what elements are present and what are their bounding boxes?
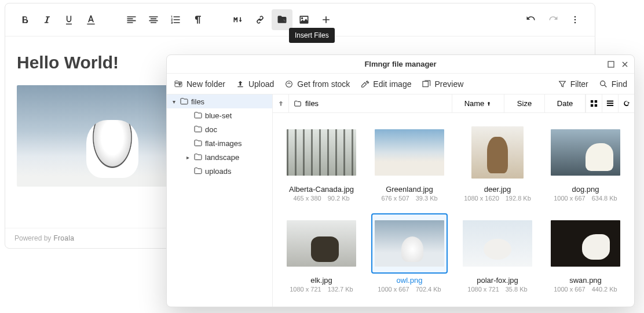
file-meta: 1080 x 721 35.8 Kb	[467, 286, 527, 293]
folder-up-button[interactable]	[273, 94, 289, 112]
file-meta: 465 x 380 90.2 Kb	[293, 195, 349, 202]
more-menu-button[interactable]	[565, 9, 586, 30]
svg-rect-9	[591, 104, 593, 107]
redo-button[interactable]	[543, 9, 564, 30]
svg-point-1	[575, 19, 576, 21]
tree-root-files[interactable]: ▾ files	[167, 94, 272, 108]
file-item[interactable]: elk.jpg1080 x 721 132.7 Kb	[279, 213, 364, 297]
paragraph-button[interactable]	[187, 9, 208, 30]
maximize-button[interactable]	[605, 59, 617, 70]
tree-item-blue-set[interactable]: blue-set	[167, 108, 272, 122]
file-thumbnail	[459, 213, 536, 274]
file-name: elk.jpg	[310, 276, 332, 285]
refresh-button[interactable]	[618, 94, 634, 112]
folder-icon	[193, 166, 203, 176]
undo-button[interactable]	[521, 9, 541, 30]
sort-name-button[interactable]: Name	[452, 94, 504, 112]
svg-rect-7	[591, 100, 593, 103]
chevron-right-icon: ▸	[184, 154, 191, 161]
file-manager-window: Flmngr file manager New folder Upload Ge…	[166, 54, 635, 307]
svg-point-2	[575, 22, 576, 24]
folder-icon	[180, 97, 189, 106]
insert-files-tooltip: Insert Files	[289, 28, 335, 43]
svg-rect-8	[595, 100, 597, 103]
file-meta: 1000 x 667 440.2 Kb	[554, 286, 617, 293]
file-name: swan.png	[569, 276, 602, 285]
svg-rect-10	[595, 104, 597, 107]
file-thumbnail	[547, 213, 624, 274]
file-thumbnail	[283, 213, 360, 274]
chevron-down-icon: ▾	[170, 99, 177, 105]
list-view-button[interactable]	[602, 94, 618, 112]
filter-button[interactable]: Filter	[558, 79, 588, 89]
bold-button[interactable]	[14, 9, 35, 30]
file-manager-toolbar: files Name Size Date	[273, 94, 634, 113]
svg-rect-11	[607, 101, 613, 102]
svg-point-4	[286, 81, 292, 87]
file-manager-actions: New folder Upload Get from stock Edit im…	[167, 74, 634, 94]
insert-more-button[interactable]	[316, 9, 336, 30]
close-button[interactable]	[619, 59, 631, 70]
file-name: owl.png	[397, 276, 423, 285]
file-grid: Alberta-Canada.jpg465 x 380 90.2 KbGreen…	[273, 113, 634, 307]
upload-button[interactable]: Upload	[236, 79, 274, 89]
markdown-button[interactable]	[228, 9, 248, 30]
file-item[interactable]: dog.png1000 x 667 634.8 Kb	[543, 122, 628, 206]
tree-item-landscape[interactable]: ▸landscape	[167, 150, 272, 164]
file-manager-title: Flmngr file manager	[364, 60, 436, 68]
file-thumbnail	[371, 122, 448, 183]
folder-icon	[193, 125, 203, 134]
svg-point-0	[575, 16, 576, 18]
get-from-stock-button[interactable]: Get from stock	[284, 79, 350, 89]
folder-icon	[193, 111, 203, 120]
edit-image-button[interactable]: Edit image	[360, 79, 411, 89]
file-thumbnail	[371, 213, 448, 274]
file-thumbnail	[547, 122, 624, 183]
svg-rect-5	[423, 81, 428, 86]
align-center-button[interactable]	[143, 9, 164, 30]
link-button[interactable]	[250, 9, 270, 30]
arrow-up-icon	[486, 101, 492, 107]
ordered-list-button[interactable]	[165, 9, 186, 30]
file-meta: 1000 x 667 702.4 Kb	[378, 286, 441, 293]
file-item[interactable]: deer.jpg1080 x 1620 192.8 Kb	[455, 122, 540, 206]
file-item[interactable]: Alberta-Canada.jpg465 x 380 90.2 Kb	[279, 122, 364, 206]
svg-rect-12	[607, 103, 613, 104]
file-name: Alberta-Canada.jpg	[289, 185, 354, 194]
new-folder-button[interactable]: New folder	[174, 79, 225, 89]
file-name: Greenland.jpg	[386, 185, 433, 194]
preview-button[interactable]: Preview	[422, 79, 463, 89]
file-item[interactable]: swan.png1000 x 667 440.2 Kb	[543, 213, 628, 297]
insert-image-button[interactable]	[294, 9, 314, 30]
sort-date-button[interactable]: Date	[545, 94, 586, 112]
file-meta: 1000 x 667 634.8 Kb	[554, 195, 617, 202]
sort-size-button[interactable]: Size	[504, 94, 545, 112]
text-format-button[interactable]	[80, 9, 101, 30]
file-meta: 1080 x 721 132.7 Kb	[290, 286, 353, 293]
grid-view-button[interactable]	[586, 94, 602, 112]
file-manager-titlebar[interactable]: Flmngr file manager	[167, 55, 634, 74]
file-meta: 676 x 507 39.3 Kb	[381, 195, 437, 202]
find-button[interactable]: Find	[599, 79, 627, 89]
file-name: deer.jpg	[484, 185, 511, 194]
file-item[interactable]: owl.png1000 x 667 702.4 Kb	[367, 213, 452, 297]
file-item[interactable]: polar-fox.jpg1080 x 721 35.8 Kb	[455, 213, 540, 297]
tree-item-flat-images[interactable]: flat-images	[167, 136, 272, 150]
breadcrumb[interactable]: files	[289, 94, 452, 112]
italic-button[interactable]	[36, 9, 57, 30]
folder-icon	[294, 100, 302, 108]
tree-item-uploads[interactable]: uploads	[167, 164, 272, 178]
file-name: dog.png	[572, 185, 599, 194]
folder-icon	[193, 152, 203, 162]
svg-point-6	[600, 81, 605, 85]
file-meta: 1080 x 1620 192.8 Kb	[464, 195, 531, 202]
svg-rect-13	[607, 105, 613, 106]
align-left-button[interactable]	[121, 9, 142, 30]
insert-files-button[interactable]	[272, 9, 292, 30]
file-thumbnail	[459, 122, 536, 183]
file-thumbnail	[283, 122, 360, 183]
tree-item-doc[interactable]: doc	[167, 122, 272, 136]
editor-image-owl[interactable]	[17, 85, 170, 187]
file-item[interactable]: Greenland.jpg676 x 507 39.3 Kb	[367, 122, 452, 206]
underline-button[interactable]	[58, 9, 79, 30]
